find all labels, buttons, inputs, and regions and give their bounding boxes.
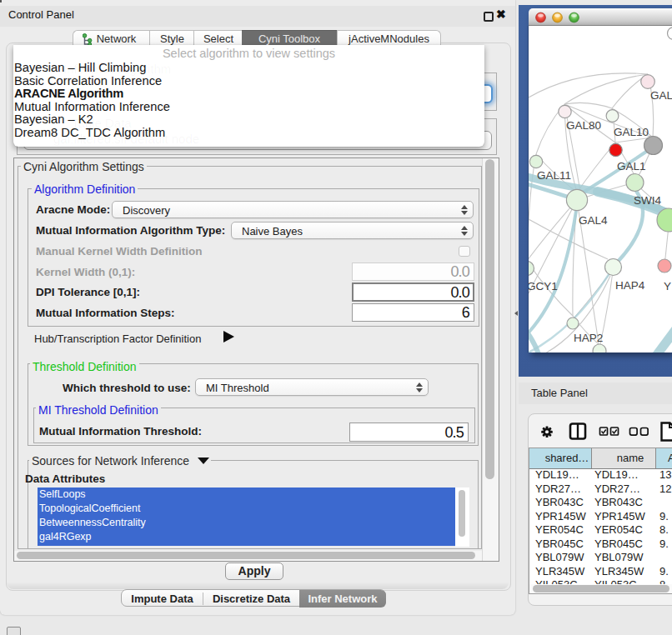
svg-text:HAP4: HAP4 (615, 279, 645, 292)
svg-text:GAL2: GAL2 (650, 89, 672, 102)
svg-text:GAL10: GAL10 (614, 126, 649, 138)
svg-text:GAL4: GAL4 (579, 214, 608, 227)
svg-text:GAL11: GAL11 (537, 169, 571, 182)
svg-text:GAL80: GAL80 (566, 119, 601, 132)
svg-text:HAP2: HAP2 (574, 332, 603, 344)
svg-text:GAL1: GAL1 (617, 160, 646, 172)
svg-text:GCY1: GCY1 (529, 280, 558, 292)
svg-text:Y: Y (664, 280, 671, 292)
svg-text:SWI4: SWI4 (634, 194, 661, 207)
